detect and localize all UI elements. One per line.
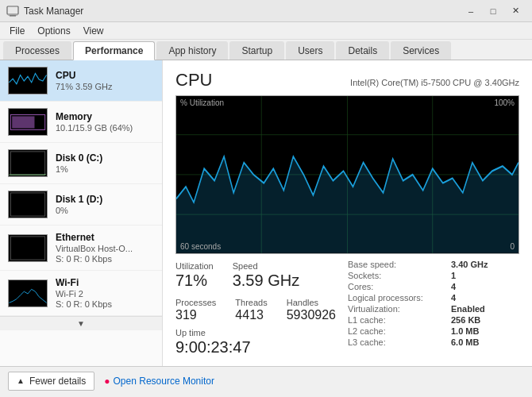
cpu-sidebar-info: CPU 71% 3.59 GHz xyxy=(56,70,154,91)
disk0-sidebar-info: Disk 0 (C:) 1% xyxy=(56,152,154,174)
menu-options[interactable]: Options xyxy=(31,24,76,38)
svg-rect-0 xyxy=(7,6,18,14)
disk1-mini-chart xyxy=(8,191,48,218)
uptime-label: Up time xyxy=(175,328,345,337)
memory-sidebar-sub: 10.1/15.9 GB (64%) xyxy=(56,123,154,133)
speed-value: 3.59 GHz xyxy=(233,271,299,290)
status-bar: ▲ Fewer details ● Open Resource Monitor xyxy=(0,366,532,395)
wifi-mini-chart xyxy=(8,279,48,307)
title-bar: Task Manager – □ ✕ xyxy=(0,0,532,22)
info-row-l3: L3 cache: 6.0 MB xyxy=(345,337,519,348)
tab-services[interactable]: Services xyxy=(391,41,451,60)
info-row-cores: Cores: 4 xyxy=(345,281,519,292)
tab-app-history[interactable]: App history xyxy=(156,41,228,60)
cpu-model: Intel(R) Core(TM) i5-7500 CPU @ 3.40GHz xyxy=(350,78,519,87)
menu-file[interactable]: File xyxy=(3,24,31,38)
info-value-logical: 4 xyxy=(448,292,519,303)
utilization-stat: Utilization 71% xyxy=(175,259,214,292)
maximize-button[interactable]: □ xyxy=(483,4,503,18)
svg-rect-5 xyxy=(10,152,44,175)
tab-startup[interactable]: Startup xyxy=(229,41,284,60)
utilization-value: 71% xyxy=(175,271,214,290)
bottom-right-info: Base speed: 3.40 GHz Sockets: 1 Cores: 4… xyxy=(345,259,519,357)
chart-label-0: 0 xyxy=(510,242,515,251)
sidebar: CPU 71% 3.59 GHz Memory 10.1/15.9 GB (64… xyxy=(0,60,163,366)
ethernet-sidebar-sub: VirtualBox Host-O... xyxy=(56,244,154,253)
svg-rect-2 xyxy=(8,15,17,16)
window-controls: – □ ✕ xyxy=(461,4,526,18)
tab-processes[interactable]: Processes xyxy=(3,41,71,60)
disk0-sidebar-title: Disk 0 (C:) xyxy=(56,152,154,164)
wifi-sidebar-info: Wi-Fi Wi-Fi 2 S: 0 R: 0 Kbps xyxy=(56,277,154,309)
sidebar-item-ethernet[interactable]: Ethernet VirtualBox Host-O... S: 0 R: 0 … xyxy=(0,225,162,271)
stats-row-2: Processes 319 Threads 4413 Handles 59309… xyxy=(175,295,345,325)
speed-label: Speed xyxy=(233,261,299,271)
info-label-logical: Logical processors: xyxy=(345,292,448,303)
disk1-sidebar-sub: 0% xyxy=(56,206,154,215)
info-row-basespeed: Base speed: 3.40 GHz xyxy=(345,259,519,270)
threads-stat: Threads 4413 xyxy=(235,295,267,325)
resource-monitor-icon: ● xyxy=(104,376,110,387)
bottom-stats-area: Utilization 71% Speed 3.59 GHz Processes… xyxy=(175,259,519,357)
sidebar-item-disk0[interactable]: Disk 0 (C:) 1% xyxy=(0,143,162,184)
close-button[interactable]: ✕ xyxy=(505,4,526,18)
disk0-mini-chart xyxy=(8,149,48,177)
menu-view[interactable]: View xyxy=(77,24,110,38)
info-row-l2: L2 cache: 1.0 MB xyxy=(345,326,519,337)
tab-performance[interactable]: Performance xyxy=(73,41,155,60)
ethernet-sidebar-title: Ethernet xyxy=(56,232,154,243)
info-label-cores: Cores: xyxy=(345,281,448,292)
info-label-l2: L2 cache: xyxy=(345,326,448,337)
info-label-l3: L3 cache: xyxy=(345,337,448,348)
wifi-sidebar-sub2: S: 0 R: 0 Kbps xyxy=(56,299,154,309)
sidebar-item-disk1[interactable]: Disk 1 (D:) 0% xyxy=(0,184,162,225)
bottom-left-stats: Utilization 71% Speed 3.59 GHz Processes… xyxy=(175,259,345,357)
sidebar-item-wifi[interactable]: Wi-Fi Wi-Fi 2 S: 0 R: 0 Kbps xyxy=(0,271,162,316)
tabs-bar: Processes Performance App history Startu… xyxy=(0,40,532,60)
open-resource-monitor-link[interactable]: ● Open Resource Monitor xyxy=(104,376,214,387)
info-value-sockets: 1 xyxy=(448,270,519,281)
info-value-l3: 6.0 MB xyxy=(448,337,519,348)
minimize-button[interactable]: – xyxy=(461,4,481,18)
utilization-label: Utilization xyxy=(175,261,214,271)
info-value-l1: 256 KB xyxy=(448,314,519,326)
cpu-panel-title: CPU xyxy=(175,70,212,91)
chart-label-60s: 60 seconds xyxy=(180,242,221,251)
info-value-l2: 1.0 MB xyxy=(448,326,519,337)
handles-stat: Handles 5930926 xyxy=(287,295,336,325)
info-label-sockets: Sockets: xyxy=(345,270,448,281)
handles-value: 5930926 xyxy=(287,307,336,322)
speed-stat: Speed 3.59 GHz xyxy=(233,259,299,292)
cpu-sidebar-title: CPU xyxy=(56,70,154,81)
fewer-details-button[interactable]: ▲ Fewer details xyxy=(8,372,94,391)
processes-label: Processes xyxy=(175,298,216,307)
menu-bar: File Options View xyxy=(0,22,532,40)
fewer-details-label: Fewer details xyxy=(29,376,86,387)
sidebar-item-memory[interactable]: Memory 10.1/15.9 GB (64%) xyxy=(0,102,162,143)
chart-label-utilization: % Utilization xyxy=(180,98,224,107)
disk1-sidebar-info: Disk 1 (D:) 0% xyxy=(56,194,154,215)
threads-label: Threads xyxy=(235,298,267,307)
main-content: CPU 71% 3.59 GHz Memory 10.1/15.9 GB (64… xyxy=(0,60,532,366)
info-label-basespeed: Base speed: xyxy=(345,259,448,270)
memory-mini-chart xyxy=(8,108,48,136)
tab-details[interactable]: Details xyxy=(336,41,389,60)
window-title: Task Manager xyxy=(24,6,461,17)
info-row-sockets: Sockets: 1 xyxy=(345,270,519,281)
uptime-value: 9:00:23:47 xyxy=(175,337,345,357)
wifi-sidebar-sub: Wi-Fi 2 xyxy=(56,289,154,299)
sidebar-scroll-down[interactable]: ▼ xyxy=(0,316,162,330)
info-label-virtualization: Virtualization: xyxy=(345,303,448,314)
wifi-sidebar-title: Wi-Fi xyxy=(56,277,154,288)
info-value-basespeed: 3.40 GHz xyxy=(448,259,519,270)
sidebar-item-cpu[interactable]: CPU 71% 3.59 GHz xyxy=(0,60,162,102)
fewer-details-icon: ▲ xyxy=(17,376,25,385)
info-label-l1: L1 cache: xyxy=(345,314,448,326)
uptime-block: Up time 9:00:23:47 xyxy=(175,328,345,357)
handles-label: Handles xyxy=(287,298,336,307)
tab-users[interactable]: Users xyxy=(286,41,334,60)
svg-rect-6 xyxy=(10,193,44,216)
stats-row-1: Utilization 71% Speed 3.59 GHz xyxy=(175,259,345,292)
ethernet-sidebar-sub2: S: 0 R: 0 Kbps xyxy=(56,254,154,264)
info-row-l1: L1 cache: 256 KB xyxy=(345,314,519,326)
